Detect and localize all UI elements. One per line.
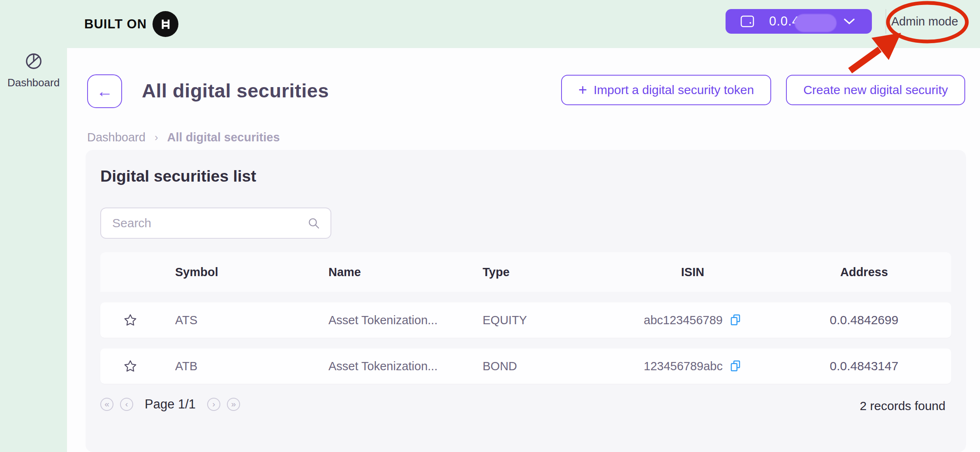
cell-symbol: ATS [160,314,312,327]
hedera-icon [153,11,178,37]
table-header-row: Symbol Name Type ISIN Address [100,252,951,292]
sidebar-item-dashboard[interactable]: Dashboard [0,52,67,89]
import-token-label: Import a digital security token [594,83,754,97]
breadcrumb-current: All digital securities [167,131,280,144]
create-security-button[interactable]: Create new digital security [786,75,965,105]
sidebar-item-label: Dashboard [7,76,60,89]
search-input[interactable] [112,216,307,230]
search-icon[interactable] [307,217,320,230]
isin-value: abc123456789 [644,314,723,327]
wallet-icon [740,15,754,28]
securities-table: Symbol Name Type ISIN Address ATS Asset … [100,252,951,384]
page-actions: + Import a digital security token Create… [561,75,965,105]
main-content: ← All digital securities + Import a digi… [67,48,980,452]
cell-type: EQUITY [467,314,608,327]
column-address: Address [777,265,951,279]
securities-list-card: Digital securities list Symbol Name Type… [86,150,966,452]
admin-mode-toggle[interactable]: Admin mode [891,0,958,43]
table-row[interactable]: ATB Asset Tokenization... BOND 123456789… [100,348,951,384]
logo-text: BUILT ON [84,17,147,32]
cell-type: BOND [467,360,608,373]
column-isin: ISIN [608,265,777,279]
import-token-button[interactable]: + Import a digital security token [561,75,771,105]
next-page-button[interactable]: › [207,398,220,411]
column-name: Name [312,265,467,279]
cell-isin: abc123456789 [608,313,777,327]
prev-page-button[interactable]: ‹ [120,398,133,411]
page-title: All digital securities [142,79,329,102]
table-row[interactable]: ATS Asset Tokenization... EQUITY abc1234… [100,302,951,338]
pagination: « ‹ Page 1/1 › » [100,397,240,412]
cell-isin: 123456789abc [608,359,777,373]
chevron-down-icon [843,18,855,25]
redaction-pill [795,14,837,32]
first-page-button[interactable]: « [100,398,113,411]
plus-icon: + [578,83,587,97]
wallet-account-button[interactable]: 0.0.4 [726,9,872,34]
favorite-star-icon[interactable] [100,359,160,373]
create-security-label: Create new digital security [803,83,948,97]
copy-icon[interactable] [729,313,742,327]
breadcrumb-separator-icon: › [155,131,158,144]
column-type: Type [467,265,608,279]
pie-chart-icon [24,52,43,72]
breadcrumb-dashboard[interactable]: Dashboard [87,131,146,144]
cell-name: Asset Tokenization... [312,314,467,327]
card-title: Digital securities list [100,167,256,185]
cell-symbol: ATB [160,360,312,373]
page-indicator: Page 1/1 [145,397,196,412]
breadcrumb: Dashboard › All digital securities [87,131,280,144]
cell-name: Asset Tokenization... [312,360,467,373]
cell-address: 0.0.4843147 [777,359,951,373]
topbar-divider [885,9,886,34]
built-on-hedera-logo: BUILT ON [84,0,178,48]
sidebar: Dashboard [0,48,67,452]
copy-icon[interactable] [729,359,742,373]
search-box [100,208,331,239]
records-count: 2 records found [860,399,945,413]
isin-value: 123456789abc [644,360,723,373]
top-bar: BUILT ON 0.0.4 Admin mode [0,0,980,48]
favorite-star-icon[interactable] [100,313,160,327]
last-page-button[interactable]: » [227,398,240,411]
cell-address: 0.0.4842699 [777,313,951,327]
column-symbol: Symbol [160,265,312,279]
back-button[interactable]: ← [87,74,122,108]
